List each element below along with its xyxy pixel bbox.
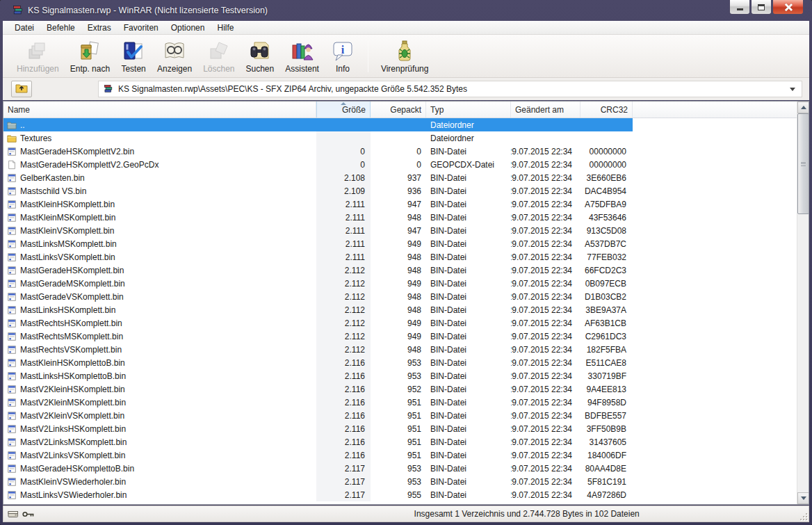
menu-hilfe[interactable]: Hilfe — [211, 22, 240, 34]
key-icon[interactable] — [22, 510, 35, 518]
table-row[interactable]: MastV2KleinMSKomplett.bin2.116951BIN-Dat… — [3, 396, 797, 409]
table-row[interactable]: MastRechtsMSKomplett.bin2.112949BIN-Date… — [3, 330, 797, 343]
maximize-button[interactable] — [751, 0, 772, 15]
cell-name: MastLinksHSKomplett.bin — [3, 303, 316, 316]
cell-size: 2.116 — [316, 369, 371, 382]
scroll-up-button[interactable] — [797, 102, 809, 113]
view-file-button[interactable]: Anzeigen — [152, 38, 197, 75]
table-row[interactable]: MastGeradeHSKomplettV2.GeoPcDx00GEOPCDX-… — [3, 158, 797, 171]
table-row[interactable]: MastKleinVSKomplett.bin2.111947BIN-Datei… — [3, 224, 797, 237]
file-name: MastKleinHSKomplett.bin — [20, 200, 115, 209]
table-row[interactable]: MastLinksMSKomplett.bin2.111949BIN-Datei… — [3, 237, 797, 250]
cell-type: BIN-Datei — [426, 316, 511, 330]
table-row[interactable]: MastLinksHSKomplettoB.bin2.116953BIN-Dat… — [3, 369, 797, 382]
scrollbar-thumb[interactable] — [797, 113, 809, 214]
table-row[interactable]: MastV2KleinHSKomplett.bin2.116952BIN-Dat… — [3, 382, 797, 396]
file-name: Textures — [20, 134, 51, 143]
table-row[interactable]: MastKleinHSKomplett.bin2.111947BIN-Datei… — [3, 197, 797, 211]
test-archive-button[interactable]: Testen — [115, 38, 152, 75]
table-row[interactable]: MastRechtsHSKomplett.bin2.112949BIN-Date… — [3, 316, 797, 330]
cell-type: BIN-Datei — [426, 488, 511, 501]
menu-optionen[interactable]: Optionen — [165, 22, 211, 34]
cell-crc32: 9A4EE813 — [580, 382, 633, 396]
row-filler — [633, 211, 797, 224]
extract-to-button[interactable]: Entp. nach — [65, 38, 115, 75]
resize-grip[interactable] — [799, 512, 807, 520]
table-row[interactable]: Mastschild VS.bin2.109936BIN-Datei29.07.… — [3, 184, 797, 197]
cell-name: MastRechtsMSKomplett.bin — [3, 330, 316, 343]
cell-type: BIN-Datei — [426, 343, 511, 356]
cell-size: 2.112 — [316, 330, 371, 343]
cell-size: 2.112 — [316, 343, 371, 356]
column-header-gr-e[interactable]: Größe — [316, 102, 371, 118]
virus-scan-button[interactable]: Virenprüfung — [375, 38, 435, 75]
cell-packed: 951 — [371, 409, 426, 422]
menu-befehle[interactable]: Befehle — [40, 22, 81, 34]
row-filler — [633, 330, 797, 343]
cell-crc32: 66FCD2C3 — [580, 264, 633, 277]
column-header-name[interactable]: Name — [3, 102, 316, 118]
table-row[interactable]: MastV2LinksVSKomplett.bin2.116951BIN-Dat… — [3, 449, 797, 462]
toolbar-button-label: Löschen — [203, 64, 234, 74]
table-row[interactable]: MastKleinHSKomplettoB.bin2.116953BIN-Dat… — [3, 356, 797, 369]
table-row[interactable]: GelberKasten.bin2.108937BIN-Datei29.07.2… — [3, 171, 797, 184]
minimize-button[interactable] — [729, 0, 750, 15]
toolbar: HinzufügenEntp. nachTestenAnzeigenLösche… — [3, 35, 809, 78]
cell-modified: 29.07.2015 22:34 — [511, 330, 580, 343]
scroll-down-button[interactable] — [797, 492, 809, 504]
table-row[interactable]: MastGeradeHSKomplettV2.bin00BIN-Datei29.… — [3, 145, 797, 158]
search-button[interactable]: Suchen — [241, 38, 280, 75]
table-row[interactable]: ..Dateiordner — [3, 118, 797, 131]
cell-packed: 948 — [371, 264, 426, 277]
table-row[interactable]: MastLinksVSKomplett.bin2.111948BIN-Datei… — [3, 250, 797, 264]
column-header-gepackt[interactable]: Gepackt — [371, 102, 426, 118]
cell-type: BIN-Datei — [426, 224, 511, 237]
cell-crc32: 00000000 — [580, 158, 633, 171]
add-archive-icon — [26, 40, 49, 63]
folder-up-icon — [15, 82, 28, 96]
table-row[interactable]: MastKleinMSKomplett.bin2.111948BIN-Datei… — [3, 211, 797, 224]
info-button[interactable]: iInfo — [325, 38, 361, 75]
vertical-scrollbar[interactable] — [797, 102, 809, 504]
cell-size: 2.116 — [316, 409, 371, 422]
table-row[interactable]: MastV2LinksMSKomplett.bin2.116951BIN-Dat… — [3, 435, 797, 449]
menu-extras[interactable]: Extras — [81, 22, 117, 34]
file-name: MastRechtsVSKomplett.bin — [20, 345, 122, 355]
menu-favoriten[interactable]: Favoriten — [117, 22, 165, 34]
cell-modified: 29.07.2015 22:34 — [511, 171, 580, 184]
table-row[interactable]: MastV2LinksHSKomplett.bin2.116951BIN-Dat… — [3, 422, 797, 435]
combobox-dropdown-icon[interactable] — [790, 88, 795, 91]
column-header-crc32[interactable]: CRC32 — [580, 102, 633, 118]
table-row[interactable]: MastKleinVSWiederholer.bin2.117953BIN-Da… — [3, 475, 797, 488]
cell-size: 2.116 — [316, 435, 371, 449]
file-name: MastKleinHSKomplettoB.bin — [20, 358, 125, 368]
table-row[interactable]: MastGeradeVSKomplett.bin2.112948BIN-Date… — [3, 290, 797, 303]
table-row[interactable]: MastV2KleinVSKomplett.bin2.116951BIN-Dat… — [3, 409, 797, 422]
address-combobox[interactable]: KS Signalmasten.rwp\Assets\PEC\KS - SFX … — [98, 81, 802, 97]
menu-datei[interactable]: Datei — [8, 22, 40, 34]
table-row[interactable]: MastLinksVSWiederholer.bin2.117955BIN-Da… — [3, 488, 797, 501]
file-name: MastGeradeHSKomplettV2.bin — [20, 147, 134, 156]
cell-type: BIN-Datei — [426, 396, 511, 409]
file-name: MastRechtsHSKomplett.bin — [20, 318, 122, 328]
drive-icon[interactable] — [8, 510, 19, 519]
wizard-button[interactable]: Assistent — [279, 38, 325, 75]
cell-crc32: 94F8958D — [580, 396, 633, 409]
up-directory-button[interactable] — [11, 81, 32, 97]
extract-to-icon — [79, 40, 101, 63]
table-row[interactable]: MastGeradeHSKomplettoB.bin2.117953BIN-Da… — [3, 462, 797, 475]
cell-modified: 29.07.2015 22:34 — [511, 409, 580, 422]
column-header-typ[interactable]: Typ — [426, 102, 511, 118]
table-row[interactable]: MastGeradeHSKomplett.bin2.112948BIN-Date… — [3, 264, 797, 277]
table-row[interactable]: TexturesDateiordner — [3, 131, 797, 145]
column-header-ge-ndert-am[interactable]: Geändert am — [511, 102, 580, 118]
table-row[interactable]: MastLinksHSKomplett.bin2.112948BIN-Datei… — [3, 303, 797, 316]
close-button[interactable] — [772, 0, 804, 15]
table-row[interactable]: MastGeradeMSKomplett.bin2.112949BIN-Date… — [3, 277, 797, 290]
table-row[interactable]: MastRechtsVSKomplett.bin2.112948BIN-Date… — [3, 343, 797, 356]
cell-name: Mastschild VS.bin — [3, 184, 316, 197]
status-bar: Insgesamt 1 Verzeichnis und 2.744.728 By… — [3, 506, 809, 522]
cell-type: BIN-Datei — [426, 449, 511, 462]
cell-crc32: A537DB7C — [580, 237, 633, 250]
cell-size: 2.117 — [316, 462, 371, 475]
